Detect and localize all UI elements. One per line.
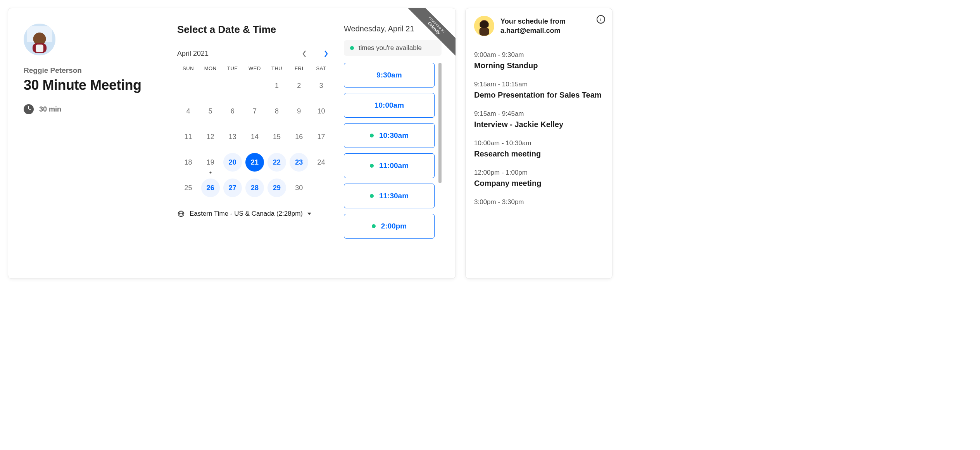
- weekday-label: TUE: [221, 65, 243, 71]
- calendar-day[interactable]: 20: [223, 153, 242, 172]
- host-name: Reggie Peterson: [24, 66, 147, 75]
- today-indicator: [209, 172, 211, 173]
- schedule-event-list: 9:00am - 9:30amMorning Standup9:15am - 1…: [466, 44, 612, 215]
- calendar-cell: 10: [310, 101, 332, 122]
- calendar-cell: 26: [199, 177, 221, 198]
- time-slot[interactable]: 11:00am: [344, 153, 435, 178]
- slot-time-label: 2:00pm: [381, 222, 407, 230]
- weekday-label: MON: [199, 65, 221, 71]
- date-time-pane: Select a Date & Time April 2021 SUNMONTU…: [163, 8, 455, 278]
- calendar-cell: 30: [288, 177, 310, 198]
- clock-icon: [24, 104, 34, 114]
- event-time: 12:00pm - 1:00pm: [474, 169, 604, 177]
- slot-time-label: 10:00am: [374, 101, 404, 110]
- calendar-cell: 28: [243, 177, 266, 198]
- user-avatar: [474, 16, 494, 36]
- event-title: Morning Standup: [474, 60, 604, 70]
- schedule-event: 9:15am - 10:15amDemo Presentation for Sa…: [474, 81, 604, 100]
- schedule-header: Your schedule from a.hart@email.com i: [466, 8, 612, 44]
- calendar-cell: 22: [266, 152, 288, 173]
- calendar-day[interactable]: 27: [223, 179, 242, 197]
- event-time: 9:15am - 10:15am: [474, 81, 604, 88]
- scrollbar[interactable]: [438, 63, 442, 183]
- slot-time-label: 11:30am: [379, 192, 409, 200]
- schedule-event: 9:00am - 9:30amMorning Standup: [474, 51, 604, 70]
- calendar-day: 6: [223, 102, 242, 120]
- timezone-selector[interactable]: Eastern Time - US & Canada (2:28pm): [177, 210, 332, 218]
- time-slot-list[interactable]: 9:30am10:00am10:30am11:00am11:30am2:00pm: [344, 63, 442, 271]
- host-avatar: [24, 24, 55, 55]
- event-title: 30 Minute Meeting: [24, 77, 147, 93]
- calendar-day: 7: [245, 102, 264, 120]
- available-dot-icon: [370, 194, 374, 198]
- available-dot-icon: [350, 46, 354, 50]
- calendar-cell: 16: [288, 126, 310, 147]
- calendar-day: 9: [290, 102, 308, 120]
- event-duration: 30 min: [24, 104, 147, 114]
- calendar-day: 5: [201, 102, 220, 120]
- calendar-cell: [221, 75, 243, 96]
- available-dot-icon: [370, 164, 374, 168]
- calendar-cell: 6: [221, 101, 243, 122]
- calendar-day[interactable]: 28: [245, 179, 264, 197]
- event-time: 9:00am - 9:30am: [474, 51, 604, 59]
- globe-icon: [177, 210, 185, 218]
- calendar-grid: 1234567891011121314151617181920212223242…: [177, 75, 332, 198]
- caret-down-icon: [307, 213, 311, 215]
- calendar-column: Select a Date & Time April 2021 SUNMONTU…: [177, 24, 332, 271]
- timezone-label: Eastern Time - US & Canada (2:28pm): [190, 210, 303, 218]
- calendar-day: 14: [245, 127, 264, 146]
- event-time: 10:00am - 10:30am: [474, 139, 604, 147]
- svg-point-2: [33, 33, 46, 45]
- calendar-cell: 24: [310, 152, 332, 173]
- available-dot-icon: [370, 134, 374, 137]
- prev-month-button[interactable]: [301, 51, 307, 57]
- calendar-day: 18: [179, 153, 198, 172]
- calendar-day[interactable]: 26: [201, 179, 220, 197]
- next-month-button[interactable]: [323, 51, 329, 57]
- time-slot[interactable]: 10:30am: [344, 123, 435, 148]
- available-dot-icon: [372, 224, 376, 228]
- booking-card: POWERED BY Calendly Reggie Peterson 30 M…: [8, 8, 456, 279]
- slot-time-label: 10:30am: [379, 131, 409, 140]
- calendar-day: 10: [312, 102, 330, 120]
- calendar-cell: 13: [221, 126, 243, 147]
- event-title: Research meeting: [474, 149, 604, 159]
- calendar-day[interactable]: 29: [267, 179, 286, 197]
- time-slot[interactable]: 9:30am: [344, 63, 435, 88]
- calendar-day[interactable]: 23: [290, 153, 308, 172]
- calendar-day: 15: [267, 127, 286, 146]
- calendar-cell: 8: [266, 101, 288, 122]
- slot-time-label: 11:00am: [379, 161, 409, 170]
- calendar-cell: 9: [288, 101, 310, 122]
- calendar-day: 1: [267, 76, 286, 95]
- calendar-cell: 21: [243, 152, 266, 173]
- time-slot[interactable]: 11:30am: [344, 184, 435, 208]
- calendar-day[interactable]: 22: [267, 153, 286, 172]
- calendar-cell: 25: [177, 177, 199, 198]
- slot-time-label: 9:30am: [376, 71, 402, 79]
- calendar-day[interactable]: 21: [245, 153, 264, 172]
- calendar-cell: 5: [199, 101, 221, 122]
- duration-text: 30 min: [39, 105, 61, 113]
- info-icon[interactable]: i: [597, 15, 605, 24]
- time-slot[interactable]: 2:00pm: [344, 214, 435, 239]
- calendar-cell: 18: [177, 152, 199, 173]
- calendar-day: 8: [267, 102, 286, 120]
- calendar-cell: 7: [243, 101, 266, 122]
- weekday-label: SUN: [177, 65, 199, 71]
- calendar-cell: 11: [177, 126, 199, 147]
- event-time: 9:15am - 9:45am: [474, 110, 604, 118]
- selected-date-heading: Wednesday, April 21: [344, 24, 442, 33]
- event-time: 3:00pm - 3:30pm: [474, 198, 604, 206]
- schedule-sidebar: Your schedule from a.hart@email.com i 9:…: [465, 8, 612, 279]
- calendar-day: 13: [223, 127, 242, 146]
- time-slot[interactable]: 10:00am: [344, 93, 435, 118]
- calendar-cell: [177, 75, 199, 96]
- calendar-cell: 12: [199, 126, 221, 147]
- calendar-cell: 3: [310, 75, 332, 96]
- calendar-cell: 20: [221, 152, 243, 173]
- schedule-heading-email: a.hart@email.com: [500, 26, 566, 35]
- calendar-day: 25: [179, 179, 198, 197]
- calendar-cell: 4: [177, 101, 199, 122]
